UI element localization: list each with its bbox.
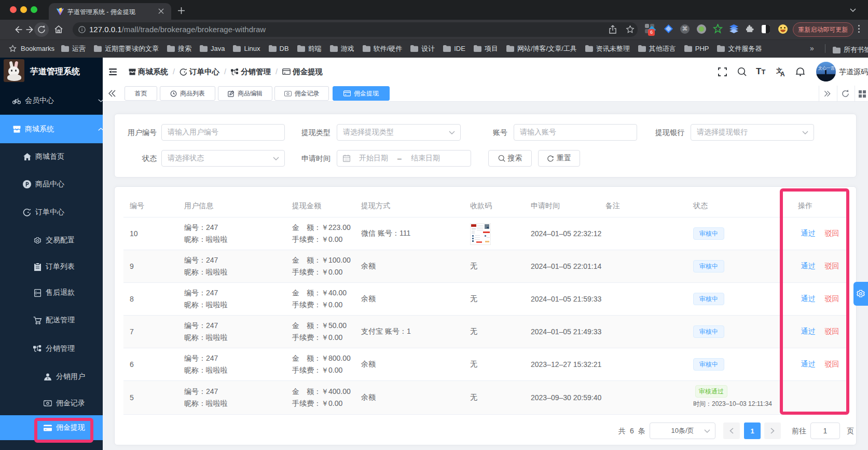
svg-text:A: A (780, 71, 785, 76)
